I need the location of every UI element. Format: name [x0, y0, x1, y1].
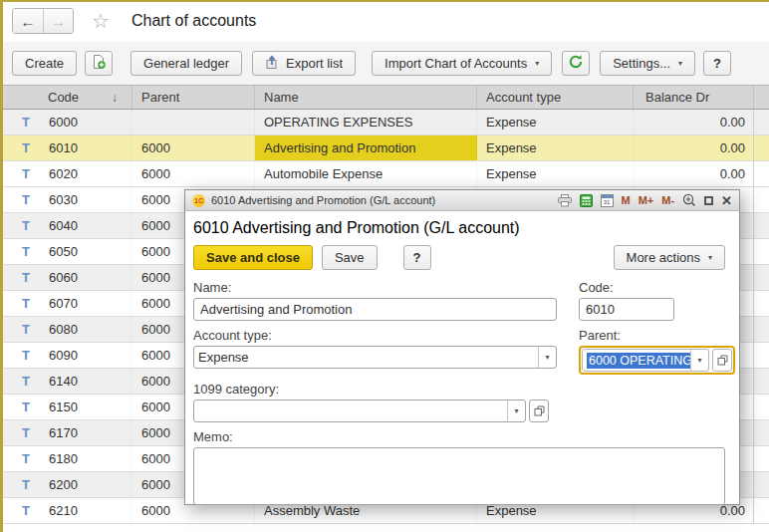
print-icon[interactable]	[558, 194, 572, 207]
back-button[interactable]: ←	[13, 9, 43, 33]
chevron-down-icon[interactable]: ▾	[507, 400, 525, 421]
list-toolbar: Create General ledger Export list Import…	[0, 42, 769, 85]
help-button[interactable]: ?	[703, 51, 731, 76]
column-header-balance-dr[interactable]: Balance Dr	[634, 86, 754, 109]
name-field[interactable]	[193, 298, 557, 321]
column-header-account-type[interactable]: Account type	[477, 86, 634, 109]
column-header-parent[interactable]: Parent	[132, 86, 255, 109]
parent-field-focused: 6000 OPERATING ▾	[579, 346, 735, 375]
memory-m-plus-button[interactable]: M+	[639, 195, 654, 206]
code-label: Code:	[579, 280, 674, 295]
copy-document-icon	[91, 54, 107, 73]
account-type-label: Account type:	[193, 328, 557, 343]
top-nav-bar: ← → ☆ Chart of accounts	[0, 0, 769, 42]
back-icon: ←	[21, 13, 36, 30]
window-frame-top	[0, 0, 769, 2]
t-account-icon: T	[22, 503, 34, 518]
t-account-icon: T	[22, 425, 34, 440]
category-1099-label: 1099 category:	[193, 382, 549, 397]
chevron-down-icon[interactable]: ▾	[538, 347, 556, 368]
memory-m-minus-button[interactable]: M-	[661, 195, 674, 206]
t-account-icon: T	[22, 218, 34, 233]
history-nav-group: ← →	[12, 8, 74, 34]
export-icon	[265, 55, 280, 73]
save-button[interactable]: Save	[322, 245, 378, 270]
t-account-icon: T	[22, 140, 34, 155]
memo-field[interactable]	[193, 447, 725, 505]
dialog-title: 6010 Advertising and Promotion (G/L acco…	[211, 194, 435, 206]
code-field[interactable]	[579, 298, 674, 321]
name-label: Name:	[193, 280, 557, 295]
more-actions-button[interactable]: More actions ▾	[614, 245, 725, 270]
forward-icon: →	[51, 13, 66, 30]
t-account-icon: T	[22, 244, 34, 259]
t-account-icon: T	[22, 322, 34, 337]
save-and-close-button[interactable]: Save and close	[193, 245, 313, 270]
parent-select[interactable]: 6000 OPERATING ▾	[582, 349, 709, 372]
table-header: Code ↓ Parent Name Account type Balance …	[0, 85, 769, 110]
account-edit-dialog: 1C 6010 Advertising and Promotion (G/L a…	[184, 189, 740, 505]
refresh-icon	[568, 54, 584, 73]
close-icon[interactable]: ✕	[721, 194, 732, 207]
settings-button[interactable]: Settings... ▾	[600, 51, 695, 76]
t-account-icon: T	[22, 477, 34, 492]
t-account-icon: T	[22, 399, 34, 414]
column-header-name[interactable]: Name	[255, 86, 477, 109]
t-account-icon: T	[22, 348, 34, 363]
table-row[interactable]: T6020 6000 Automobile Expense Expense 0.…	[0, 161, 769, 187]
sort-desc-icon: ↓	[112, 91, 118, 105]
1c-logo-icon: 1C	[192, 194, 205, 207]
window-frame-left	[0, 0, 3, 532]
import-coa-button[interactable]: Import Chart of Accounts ▾	[372, 51, 552, 76]
t-account-icon: T	[22, 296, 34, 311]
create-copy-button[interactable]	[85, 51, 113, 76]
dialog-help-button[interactable]: ?	[403, 245, 431, 270]
app-window: ← → ☆ Chart of accounts Create General l…	[0, 0, 769, 532]
chevron-down-icon: ▾	[708, 254, 712, 262]
dialog-titlebar[interactable]: 1C 6010 Advertising and Promotion (G/L a…	[185, 190, 739, 211]
chevron-down-icon: ▾	[535, 60, 539, 68]
page-title: Chart of accounts	[131, 12, 256, 30]
t-account-icon: T	[22, 192, 34, 207]
memory-m-button[interactable]: M	[622, 195, 631, 206]
parent-label: Parent:	[579, 328, 735, 343]
export-list-button[interactable]: Export list	[252, 51, 356, 76]
active-cell[interactable]: Advertising and Promotion	[255, 135, 477, 160]
t-account-icon: T	[22, 451, 34, 466]
dialog-heading: 6010 Advertising and Promotion (G/L acco…	[193, 219, 725, 237]
create-button[interactable]: Create	[12, 51, 77, 76]
t-account-icon: T	[22, 166, 34, 181]
t-account-icon: T	[22, 374, 34, 389]
forward-button[interactable]: →	[43, 9, 73, 33]
parent-open-picker-button[interactable]	[712, 349, 732, 372]
t-account-icon: T	[22, 115, 34, 130]
column-header-code[interactable]: Code ↓	[0, 86, 132, 109]
calendar-icon[interactable]: 31	[601, 194, 614, 207]
table-row-selected[interactable]: T6010 6000 Advertising and Promotion Exp…	[0, 135, 769, 161]
memo-label: Memo:	[193, 429, 725, 444]
dialog-body: 6010 Advertising and Promotion (G/L acco…	[185, 211, 739, 508]
account-type-select[interactable]: Expense ▾	[193, 346, 557, 369]
t-account-icon: T	[22, 270, 34, 285]
general-ledger-button[interactable]: General ledger	[130, 51, 242, 76]
favorite-star-icon[interactable]: ☆	[92, 11, 110, 31]
selected-text: 6000 OPERATING	[587, 353, 690, 369]
refresh-button[interactable]	[562, 51, 590, 76]
zoom-icon[interactable]	[682, 193, 696, 207]
calculator-icon[interactable]	[580, 194, 593, 207]
maximize-icon[interactable]	[704, 196, 713, 205]
chevron-down-icon[interactable]: ▾	[690, 350, 708, 371]
chevron-down-icon: ▾	[678, 60, 682, 68]
table-row[interactable]: T6000 OPERATING EXPENSES Expense 0.00	[0, 110, 769, 135]
category-1099-select[interactable]: ▾	[193, 399, 526, 422]
column-header-sliver	[754, 86, 769, 109]
category-1099-open-picker-button[interactable]	[529, 399, 549, 422]
